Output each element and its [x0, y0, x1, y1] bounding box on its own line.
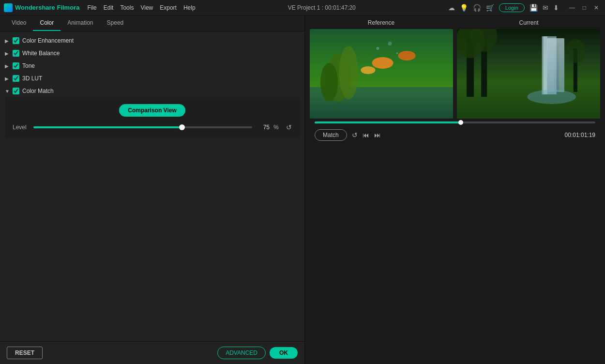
- bulb-icon[interactable]: 💡: [460, 4, 468, 12]
- expand-icon: ▶: [5, 38, 10, 44]
- svg-point-19: [527, 90, 575, 104]
- scrubber-area: Match ↺ ⏮ ⏭ 00:01:01:19: [310, 121, 600, 145]
- panel-footer: RESET ADVANCED OK: [0, 341, 304, 364]
- white-balance-label: White Balance: [22, 50, 60, 57]
- title-bar: Wondershare Filmora File Edit Tools View…: [0, 0, 605, 15]
- level-value: 75: [256, 124, 270, 131]
- preview-area: Reference Current: [305, 15, 605, 364]
- right-panel: Reference Current: [305, 15, 605, 364]
- menu-file[interactable]: File: [87, 4, 96, 11]
- tone-label: Tone: [22, 62, 35, 69]
- step-back-icon[interactable]: ⏮: [363, 131, 369, 139]
- svg-point-3: [339, 46, 358, 99]
- waterfall-element: [547, 38, 564, 92]
- scrubber-fill: [315, 121, 461, 123]
- title-icons: ☁ 💡 🎧 🛒 Login 💾 ✉ ⬇: [448, 3, 559, 12]
- level-row: Level 75 % ↺: [13, 123, 292, 131]
- tab-speed[interactable]: Speed: [100, 15, 131, 31]
- svg-point-7: [361, 66, 375, 74]
- white-balance-checkbox[interactable]: [13, 50, 19, 57]
- 3d-lut-checkbox[interactable]: [13, 75, 19, 82]
- svg-point-10: [396, 52, 398, 54]
- headphone-icon[interactable]: 🎧: [473, 4, 481, 12]
- scrubber-thumb: [458, 120, 463, 125]
- color-match-body: Comparison View Level 75 % ↺: [5, 97, 300, 138]
- menu-tools[interactable]: Tools: [120, 4, 134, 11]
- play-pause-icon[interactable]: ⏭: [374, 131, 381, 139]
- tab-color[interactable]: Color: [33, 15, 60, 31]
- expand-icon: ▶: [5, 63, 10, 69]
- scrubber-track[interactable]: [315, 121, 595, 123]
- level-pct: %: [273, 124, 280, 131]
- app-logo: Wondershare Filmora: [4, 3, 79, 12]
- expand-icon: ▶: [5, 76, 10, 81]
- menu-export[interactable]: Export: [160, 4, 177, 11]
- login-button[interactable]: Login: [499, 3, 525, 12]
- cloud-icon[interactable]: ☁: [448, 4, 455, 12]
- playback-controls: Match ↺ ⏮ ⏭ 00:01:01:19: [315, 127, 595, 143]
- preview-images: [310, 29, 600, 119]
- level-label: Level: [13, 124, 30, 131]
- menu-help[interactable]: Help: [183, 4, 196, 11]
- expand-icon: ▼: [5, 89, 10, 94]
- tab-bar: Video Color Animation Speed: [0, 15, 304, 31]
- app-name: Wondershare Filmora: [15, 4, 79, 11]
- minimize-button[interactable]: —: [567, 3, 577, 12]
- section-white-balance[interactable]: ▶ White Balance: [0, 47, 304, 60]
- svg-point-8: [376, 47, 379, 50]
- level-reset-icon[interactable]: ↺: [286, 123, 292, 131]
- ok-button[interactable]: OK: [270, 347, 298, 359]
- level-slider[interactable]: [33, 126, 252, 128]
- color-enhancement-checkbox[interactable]: [13, 37, 19, 44]
- level-slider-thumb: [179, 124, 185, 130]
- undo-icon[interactable]: ↺: [352, 131, 358, 139]
- left-panel: Video Color Animation Speed ▶ Color Enha…: [0, 15, 305, 364]
- cart-icon[interactable]: 🛒: [486, 4, 494, 12]
- reset-button[interactable]: RESET: [7, 347, 43, 359]
- svg-point-9: [388, 42, 392, 46]
- section-3d-lut[interactable]: ▶ 3D LUT: [0, 72, 304, 85]
- tab-animation[interactable]: Animation: [60, 15, 100, 31]
- reference-svg: [310, 29, 453, 119]
- window-controls: — □ ✕: [567, 3, 601, 12]
- svg-point-21: [566, 39, 585, 63]
- advanced-button[interactable]: ADVANCED: [217, 347, 266, 359]
- download-icon[interactable]: ⬇: [553, 4, 559, 12]
- section-color-match[interactable]: ▼ Color Match: [0, 85, 304, 97]
- color-match-label: Color Match: [22, 88, 54, 94]
- tab-video[interactable]: Video: [5, 15, 33, 31]
- expand-icon: ▶: [5, 51, 10, 56]
- reference-scene: [310, 29, 453, 119]
- current-svg: [457, 29, 600, 119]
- color-match-checkbox[interactable]: [13, 88, 19, 94]
- maximize-button[interactable]: □: [580, 3, 589, 12]
- current-scene: [457, 29, 600, 119]
- color-enhancement-label: Color Enhancement: [22, 37, 74, 44]
- reference-label: Reference: [310, 19, 453, 26]
- close-button[interactable]: ✕: [591, 3, 601, 12]
- color-panel: ▶ Color Enhancement ▶ White Balance ▶ To…: [0, 31, 304, 341]
- svg-rect-18: [544, 36, 547, 94]
- logo-icon: [4, 3, 13, 12]
- main-content: Video Color Animation Speed ▶ Color Enha…: [0, 15, 605, 364]
- menu-edit[interactable]: Edit: [104, 4, 114, 11]
- time-display: 00:01:01:19: [565, 132, 595, 138]
- match-button[interactable]: Match: [315, 129, 347, 141]
- 3d-lut-label: 3D LUT: [22, 75, 42, 82]
- menu-view[interactable]: View: [140, 4, 153, 11]
- project-title: VE Project 1 : 00:01:47:20: [199, 4, 444, 11]
- svg-point-4: [320, 63, 338, 102]
- level-slider-fill: [33, 126, 182, 128]
- tone-checkbox[interactable]: [13, 62, 19, 69]
- svg-point-5: [372, 57, 393, 69]
- save-icon[interactable]: 💾: [529, 4, 538, 12]
- mail-icon[interactable]: ✉: [543, 4, 548, 12]
- current-preview: [457, 29, 600, 119]
- comparison-view-button[interactable]: Comparison View: [119, 104, 185, 117]
- reference-preview: [310, 29, 453, 119]
- menu-bar: File Edit Tools View Export Help: [87, 4, 195, 11]
- current-label: Current: [457, 19, 600, 26]
- section-color-enhancement[interactable]: ▶ Color Enhancement: [0, 34, 304, 47]
- section-tone[interactable]: ▶ Tone: [0, 60, 304, 72]
- svg-point-6: [398, 51, 416, 61]
